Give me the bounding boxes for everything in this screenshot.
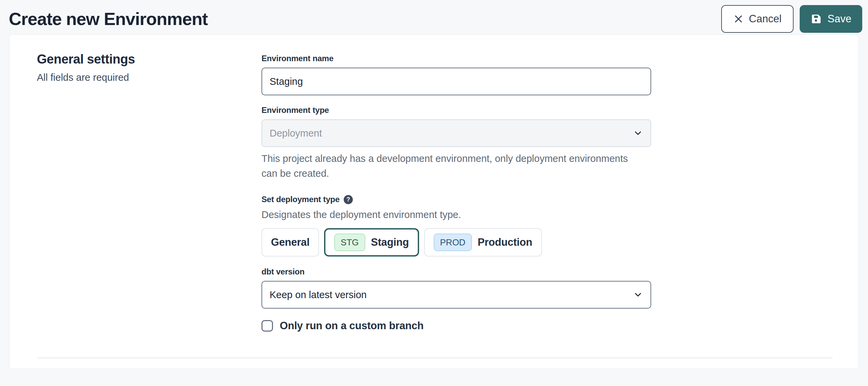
dbt-version-value: Keep on latest version (270, 289, 367, 300)
environment-form: Environment name Environment type Deploy… (261, 52, 651, 332)
save-icon (810, 13, 822, 25)
section-heading: General settings All fields are required (37, 52, 261, 332)
save-button-label: Save (827, 13, 851, 25)
environment-name-label: Environment name (261, 54, 651, 63)
deployment-type-staging-label: Staging (371, 236, 409, 248)
environment-name-input[interactable] (261, 68, 651, 95)
custom-branch-row: Only run on a custom branch (261, 320, 651, 332)
help-icon[interactable]: ? (344, 195, 353, 204)
dbt-version-select[interactable]: Keep on latest version (261, 281, 651, 309)
chevron-down-icon (633, 128, 643, 138)
environment-type-select: Deployment (261, 119, 651, 147)
dbt-version-label: dbt version (261, 267, 651, 276)
deployment-type-staging-button[interactable]: STG Staging (324, 228, 419, 257)
header-actions: Cancel Save (721, 5, 862, 33)
cancel-button[interactable]: Cancel (721, 5, 794, 33)
environment-type-helper: This project already has a development e… (261, 151, 634, 181)
page-header: Create new Environment Cancel Save (0, 0, 868, 34)
deployment-type-general-button[interactable]: General (261, 228, 319, 257)
deployment-type-description: Designates the deployment environment ty… (261, 209, 651, 220)
custom-branch-checkbox[interactable] (261, 320, 273, 332)
save-button[interactable]: Save (800, 5, 862, 33)
stg-badge: STG (334, 234, 365, 251)
custom-branch-label: Only run on a custom branch (280, 320, 424, 332)
deployment-type-options: General STG Staging PROD Production (261, 228, 651, 257)
chevron-down-icon (633, 290, 643, 300)
settings-card: General settings All fields are required… (9, 34, 859, 368)
section-title: General settings (37, 52, 261, 67)
section-subtitle: All fields are required (37, 72, 261, 83)
prod-badge: PROD (434, 234, 472, 251)
cancel-button-label: Cancel (749, 13, 782, 25)
deployment-type-general-label: General (271, 236, 310, 248)
deployment-type-production-button[interactable]: PROD Production (424, 228, 542, 257)
deployment-type-production-label: Production (478, 236, 532, 248)
environment-type-value: Deployment (270, 128, 322, 139)
deployment-type-label: Set deployment type (261, 195, 340, 204)
close-icon (733, 14, 744, 24)
environment-type-label: Environment type (261, 105, 651, 115)
page-title: Create new Environment (9, 9, 208, 29)
section-divider (37, 358, 832, 358)
